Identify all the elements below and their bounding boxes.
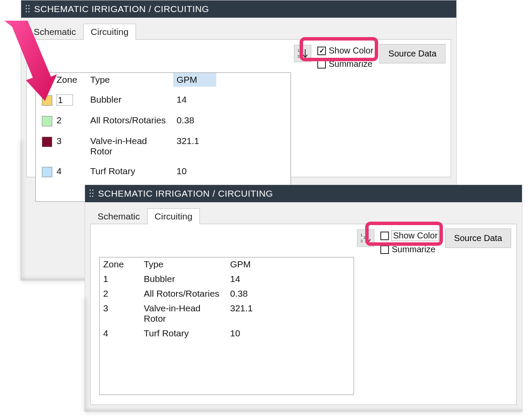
tab-schematic[interactable]: Schematic: [90, 208, 147, 224]
col-gpm-header[interactable]: GPM: [227, 257, 270, 271]
table-row[interactable]: 1Bubbler14: [100, 272, 354, 286]
tab-circuiting[interactable]: Circuiting: [147, 208, 200, 224]
zone-gpm-cell[interactable]: 321.1: [173, 134, 216, 158]
tab-bar: Schematic Circuiting: [21, 18, 456, 40]
svg-point-4: [26, 11, 27, 13]
zone-number-cell[interactable]: 2: [100, 287, 140, 301]
col-gpm-header[interactable]: GPM: [173, 73, 216, 87]
zone-type-cell[interactable]: Turf Rotary: [87, 164, 173, 179]
svg-point-12: [92, 190, 94, 191]
zone-gpm-cell[interactable]: 14: [173, 93, 216, 107]
zone-gpm-cell[interactable]: 0.38: [173, 113, 216, 128]
svg-point-0: [26, 5, 27, 6]
svg-point-1: [28, 5, 30, 6]
checkbox-show-color[interactable]: Show Color: [380, 230, 439, 241]
grip-icon: [89, 189, 94, 198]
svg-point-16: [92, 196, 94, 197]
panel-without-color: SCHEMATIC IRRIGATION / CIRCUITING Schema…: [85, 185, 522, 411]
checkbox-summarize[interactable]: Summarize: [380, 244, 439, 254]
decorative-shadow: [82, 298, 87, 411]
zone-type-cell[interactable]: Valve-in-Head Rotor: [87, 134, 173, 158]
sort-numeric-icon: 1 2 3: [297, 47, 309, 60]
zone-color-swatch[interactable]: [36, 134, 53, 158]
svg-text:3: 3: [360, 239, 363, 243]
zone-color-swatch[interactable]: [36, 93, 53, 107]
table-row[interactable]: 3Valve-in-Head Rotor321.1: [100, 301, 354, 326]
checkbox-summarize[interactable]: Summarize: [317, 59, 373, 69]
zone-number-cell[interactable]: 3: [100, 301, 140, 326]
checkbox-icon: [380, 232, 389, 240]
checkbox-summarize-label: Summarize: [392, 244, 435, 254]
toolbar: 1 2 3 Show Color Summarize Source Data: [357, 228, 511, 254]
zone-number-cell[interactable]: 4: [53, 164, 87, 179]
table-row[interactable]: 4Turf Rotary10: [36, 164, 291, 179]
zone-number-cell[interactable]: 3: [53, 134, 87, 158]
zone-type-cell[interactable]: All Rotors/Rotaries: [140, 287, 227, 301]
tab-bar: Schematic Circuiting: [85, 202, 522, 224]
panel-title: SCHEMATIC IRRIGATION / CIRCUITING: [98, 188, 273, 199]
toolbar: 1 2 3 Show Color Summarize Source Data: [294, 43, 446, 69]
checkbox-show-color-label: Show Color: [392, 230, 439, 241]
zone-number-cell[interactable]: 1: [53, 93, 87, 107]
content-frame: 1 2 3 Show Color Summarize Source Data: [90, 224, 517, 405]
svg-text:2: 2: [300, 51, 303, 55]
zone-gpm-cell[interactable]: 0.38: [227, 287, 270, 301]
checkbox-show-color[interactable]: Show Color: [317, 46, 373, 56]
svg-text:2: 2: [363, 235, 366, 240]
decorative-shadow: [85, 409, 522, 415]
zone-number-cell[interactable]: 2: [53, 113, 87, 128]
zone-number-cell[interactable]: 1: [100, 272, 140, 286]
grip-icon: [25, 5, 30, 13]
checkbox-summarize-label: Summarize: [329, 59, 372, 69]
table-row[interactable]: 2All Rotors/Rotaries0.38: [36, 113, 291, 128]
decorative-shadow: [18, 140, 23, 280]
panel-title-bar: SCHEMATIC IRRIGATION / CIRCUITING: [85, 185, 522, 202]
svg-point-3: [28, 8, 30, 9]
zone-color-swatch[interactable]: [36, 164, 53, 179]
table-row[interactable]: 2All Rotors/Rotaries0.38: [100, 287, 354, 301]
sort-numeric-icon: 1 2 3: [360, 232, 372, 244]
svg-text:3: 3: [297, 54, 300, 59]
zone-type-cell[interactable]: Valve-in-Head Rotor: [140, 301, 227, 326]
table-header-row: Zone Type GPM: [100, 257, 354, 271]
zone-type-cell[interactable]: Turf Rotary: [140, 326, 227, 340]
zone-gpm-cell[interactable]: 14: [227, 272, 270, 286]
svg-point-11: [90, 190, 91, 191]
zone-gpm-cell[interactable]: 10: [227, 326, 270, 340]
col-zone-header[interactable]: Zone: [100, 257, 140, 271]
tab-circuiting[interactable]: Circuiting: [83, 24, 136, 40]
table-row[interactable]: 3Valve-in-Head Rotor321.1: [36, 134, 291, 158]
source-data-button[interactable]: Source Data: [445, 229, 511, 248]
renumber-button[interactable]: 1 2 3: [294, 45, 311, 62]
table-header-row: Zone Type GPM: [36, 73, 291, 87]
tab-schematic[interactable]: Schematic: [26, 24, 83, 40]
svg-point-2: [26, 8, 27, 9]
checkbox-icon: [380, 245, 389, 254]
col-zone-header[interactable]: Zone: [53, 73, 87, 87]
zone-type-cell[interactable]: Bubbler: [87, 93, 173, 107]
svg-point-15: [90, 196, 91, 197]
col-type-header[interactable]: Type: [87, 73, 173, 87]
zone-gpm-cell[interactable]: 321.1: [227, 301, 270, 326]
col-type-header[interactable]: Type: [140, 257, 227, 271]
content-frame: 1 2 3 Show Color Summarize Source Data: [26, 39, 451, 177]
zone-color-swatch[interactable]: [36, 113, 53, 128]
checkbox-icon: [317, 47, 326, 55]
source-data-button[interactable]: Source Data: [379, 44, 446, 63]
col-swatch-header: [36, 73, 53, 87]
panel-title: SCHEMATIC IRRIGATION / CIRCUITING: [34, 4, 209, 14]
zone-type-cell[interactable]: Bubbler: [140, 272, 227, 286]
svg-point-13: [90, 193, 91, 194]
zone-table: Zone Type GPM 1Bubbler142All Rotors/Rota…: [35, 72, 291, 202]
svg-text:1: 1: [360, 233, 363, 237]
checkbox-icon: [317, 60, 326, 69]
zone-type-cell[interactable]: All Rotors/Rotaries: [87, 113, 173, 128]
zone-table: Zone Type GPM 1Bubbler142All Rotors/Rota…: [99, 257, 354, 395]
table-row[interactable]: 4Turf Rotary10: [100, 326, 354, 340]
zone-gpm-cell[interactable]: 10: [173, 164, 216, 179]
svg-text:1: 1: [297, 48, 300, 53]
table-row[interactable]: 1Bubbler14: [36, 93, 291, 107]
zone-number-cell[interactable]: 4: [100, 326, 140, 340]
svg-point-5: [28, 11, 30, 13]
renumber-button[interactable]: 1 2 3: [357, 229, 374, 247]
